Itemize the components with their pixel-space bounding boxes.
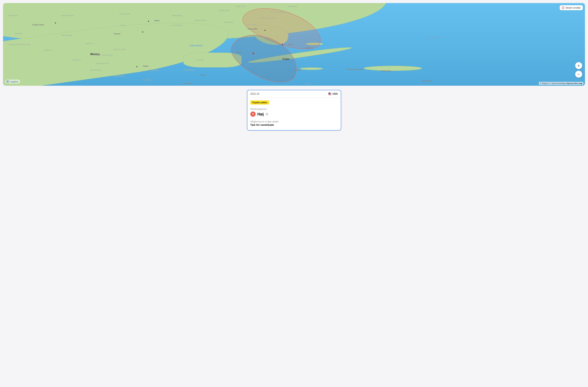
advice-text: Tjek for vandskade [250, 123, 338, 127]
zoom-out-button[interactable]: − [575, 71, 582, 78]
event-type-tag: Tropisk cyklon [250, 100, 269, 104]
zoom-in-button[interactable]: + [575, 62, 582, 69]
event-date: 2022-10 [250, 93, 259, 95]
help-icon[interactable]: ? [266, 113, 268, 116]
impact-level: Høj [257, 112, 264, 116]
dot-xalapa [136, 66, 137, 67]
dot-havana [253, 53, 254, 54]
map-container[interactable]: Mexico Cuba ARIZONA NEW MEXICO OKLAHOMA … [3, 3, 585, 86]
legend-label: Berørt område [566, 6, 581, 9]
impact-row: 3 Høj ? [250, 112, 338, 117]
attrib-improve[interactable]: Improve this map [566, 82, 583, 84]
dot-houston [142, 32, 143, 32]
legend-swatch-icon [562, 7, 564, 9]
land-dominican [364, 66, 422, 71]
mapbox-icon [6, 80, 9, 83]
event-country-name: USA [333, 93, 338, 95]
attrib-osm[interactable]: © OpenStreetMap [549, 82, 566, 84]
attrib-mapbox[interactable]: © Mapbox [540, 82, 549, 84]
mapbox-text: mapbox [10, 80, 18, 83]
dot-juarez [55, 22, 56, 23]
event-card-header: 2022-10 USA [247, 90, 341, 98]
plus-icon: + [577, 63, 580, 68]
flag-usa-icon [328, 92, 331, 96]
event-card-body: Tropisk cyklon Påvirkningsscore 3 Høj ? … [247, 98, 341, 130]
advice-label: Rådgivning om mulige skader [250, 120, 338, 123]
dot-miami [282, 44, 283, 45]
map-attribution: © Mapbox © OpenStreetMap Improve this ma… [539, 82, 583, 85]
impact-label: Påvirkningsscore [250, 108, 338, 110]
impact-score-badge: 3 [250, 112, 255, 117]
event-country: USA [328, 92, 338, 96]
mapbox-logo[interactable]: mapbox [5, 79, 20, 83]
event-card: 2022-10 USA Tropisk cyklon Påvirkningssc… [247, 90, 341, 131]
map-legend: Berørt område [560, 5, 583, 10]
dot-dallas [148, 21, 149, 22]
dot-jacksonville [264, 30, 265, 31]
minus-icon: − [577, 72, 580, 77]
